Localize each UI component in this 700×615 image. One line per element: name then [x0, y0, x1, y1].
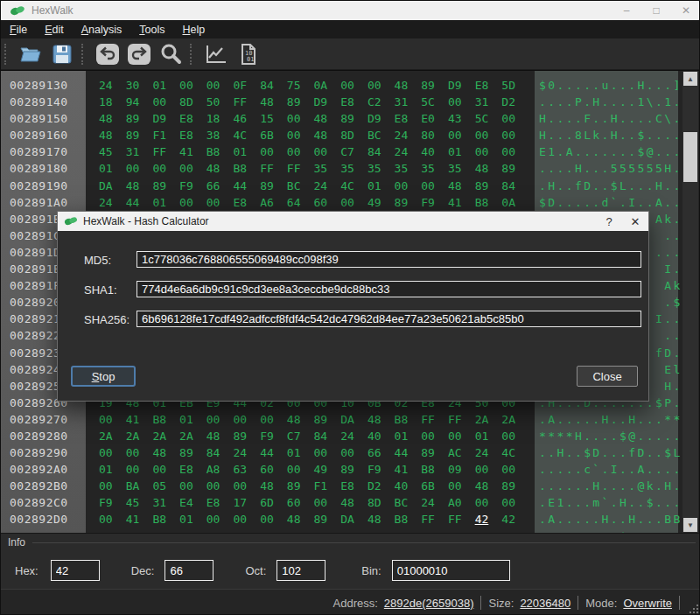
hex-byte[interactable]: B8	[395, 411, 422, 428]
hex-byte[interactable]: DA	[340, 511, 368, 528]
hex-byte[interactable]: 00	[99, 411, 126, 428]
hex-byte[interactable]: BA	[126, 478, 153, 494]
hex-ascii[interactable]: .E1...m`.H..$...	[539, 494, 682, 511]
toolbar-drag-handle[interactable]	[81, 44, 87, 65]
hex-byte[interactable]: 49	[368, 194, 395, 211]
hex-byte[interactable]: 00	[448, 94, 475, 110]
hex-byte[interactable]: 18	[206, 110, 234, 127]
hex-byte[interactable]: 41	[448, 194, 475, 211]
hex-byte[interactable]: 31	[152, 494, 179, 511]
hex-byte[interactable]: B8	[421, 461, 448, 478]
scroll-down-icon[interactable]: ▼	[683, 518, 697, 532]
hex-byte[interactable]: F9	[179, 178, 206, 194]
hex-byte[interactable]: 4C	[340, 178, 368, 194]
hex-byte[interactable]: 42	[501, 511, 528, 528]
hex-byte[interactable]: 31	[395, 94, 422, 110]
hex-byte[interactable]: BC	[395, 494, 422, 511]
vertical-scrollbar[interactable]: ▲ ▼	[682, 71, 698, 533]
hex-byte[interactable]: 00	[206, 478, 234, 494]
hex-byte[interactable]: FF	[448, 511, 475, 528]
toolbar-drag-handle[interactable]	[190, 44, 195, 65]
hex-byte[interactable]: 89	[126, 127, 153, 143]
oct-value-field[interactable]	[276, 560, 326, 581]
hex-byte[interactable]: 43	[448, 110, 475, 127]
toolbar-drag-handle[interactable]	[4, 44, 10, 65]
hex-byte[interactable]: 50	[206, 94, 234, 110]
hex-bytes[interactable]: 0041B8010000004889DA48B8FFFF2A2A	[86, 411, 530, 428]
hex-byte[interactable]: FF	[287, 160, 314, 177]
hex-ascii[interactable]: $D.....d`.I..A..	[539, 194, 682, 211]
hex-byte[interactable]: B8	[152, 411, 179, 428]
hex-byte[interactable]: 89	[340, 461, 368, 478]
hex-byte[interactable]: 48	[314, 110, 341, 127]
hex-bytes[interactable]: 00004889842444010000664489AC244C	[86, 444, 530, 461]
hex-bytes[interactable]: 0100000048B8FFFF3535353535354889	[86, 160, 530, 177]
hex-byte[interactable]: 01	[368, 178, 395, 194]
hex-byte[interactable]: 41	[395, 461, 422, 478]
hex-byte[interactable]: 01	[179, 411, 206, 428]
hex-byte[interactable]: 5C	[421, 94, 448, 110]
hex-byte[interactable]: BC	[287, 178, 314, 194]
hex-byte[interactable]: 15	[260, 110, 287, 127]
hex-byte[interactable]: 48	[287, 411, 314, 428]
hex-byte[interactable]: 48	[152, 444, 179, 461]
hex-byte[interactable]: 2A	[126, 428, 153, 444]
hex-byte[interactable]: FF	[152, 143, 179, 160]
hex-byte[interactable]: E8	[395, 110, 422, 127]
hex-byte[interactable]: 00	[287, 127, 314, 143]
hex-ascii[interactable]: ......H....@k.H.	[539, 478, 682, 494]
menu-help[interactable]: Help	[173, 22, 214, 38]
hex-bytes[interactable]: 2A2A2A2A4889F9C78424400100000100	[86, 428, 530, 444]
hex-bytes[interactable]: 4531FF41B801000000C7842440010000	[86, 143, 530, 160]
hex-byte[interactable]: 45	[99, 143, 126, 160]
hex-byte[interactable]: C2	[368, 94, 395, 110]
hex-byte[interactable]: 24	[340, 428, 368, 444]
hex-byte[interactable]: 01	[152, 77, 179, 94]
hex-byte[interactable]: E8	[179, 110, 206, 127]
hex-byte[interactable]: 05	[152, 478, 179, 494]
hex-byte[interactable]: 00	[501, 110, 528, 127]
hex-bytes[interactable]: 2444010000E8A66460004989F941B80A	[86, 194, 530, 211]
hex-ascii[interactable]: .....c`.I..A....	[539, 461, 682, 478]
hex-byte[interactable]: 00	[501, 428, 528, 444]
hex-bytes[interactable]: F94531E4E8176D6000488DBC24A00000	[86, 494, 530, 511]
hex-byte[interactable]: 48	[206, 160, 234, 177]
hex-byte[interactable]: 8D	[179, 94, 206, 110]
hex-byte[interactable]: 01	[287, 444, 314, 461]
hex-value-field[interactable]	[51, 560, 100, 581]
hex-byte[interactable]: 66	[368, 444, 395, 461]
hex-byte[interactable]: 00	[287, 110, 314, 127]
hex-byte[interactable]: 84	[314, 428, 341, 444]
hex-byte[interactable]: 00	[260, 411, 287, 428]
hex-ascii[interactable]: ....P.H....1\.1.	[539, 94, 682, 110]
binary-converter-button[interactable]: 10 01	[234, 41, 262, 67]
hex-byte[interactable]: 41	[179, 143, 206, 160]
dialog-close-icon[interactable]: ✕	[622, 212, 648, 231]
hex-byte[interactable]: 00	[501, 494, 528, 511]
hex-byte[interactable]: D9	[368, 110, 395, 127]
bin-value-field[interactable]	[392, 560, 510, 581]
hex-ascii[interactable]: E1.A.......$@...	[539, 143, 682, 160]
hex-bytes[interactable]: 0041B8010000004889DA48B8FFFF4242	[86, 511, 530, 528]
hex-byte[interactable]: 00	[448, 478, 475, 494]
hex-byte[interactable]: 00	[233, 478, 260, 494]
hex-byte[interactable]: E8	[179, 461, 206, 478]
hex-ascii[interactable]: $0.....u...H...]	[539, 77, 682, 94]
hex-byte[interactable]: 48	[99, 127, 126, 143]
hex-ascii[interactable]: H...8Lk.H..$....	[539, 127, 682, 143]
hex-byte[interactable]: 01	[152, 194, 179, 211]
hex-byte[interactable]: 00	[206, 77, 234, 94]
hex-byte[interactable]: A0	[448, 494, 475, 511]
hex-byte[interactable]: 24	[233, 444, 260, 461]
hex-byte[interactable]: 0A	[314, 77, 341, 94]
hex-byte[interactable]: 5C	[475, 110, 502, 127]
hex-byte[interactable]: 00	[99, 511, 126, 528]
hex-byte[interactable]: 89	[314, 511, 341, 528]
hex-byte[interactable]: 48	[475, 160, 502, 177]
hex-byte[interactable]: 00	[179, 194, 206, 211]
menu-edit[interactable]: Edit	[36, 22, 73, 38]
hex-ascii[interactable]: .H..fD..$L...H..	[539, 178, 682, 194]
hex-byte[interactable]: 00	[99, 478, 126, 494]
hex-byte[interactable]: 44	[260, 444, 287, 461]
hex-byte[interactable]: FF	[233, 94, 260, 110]
